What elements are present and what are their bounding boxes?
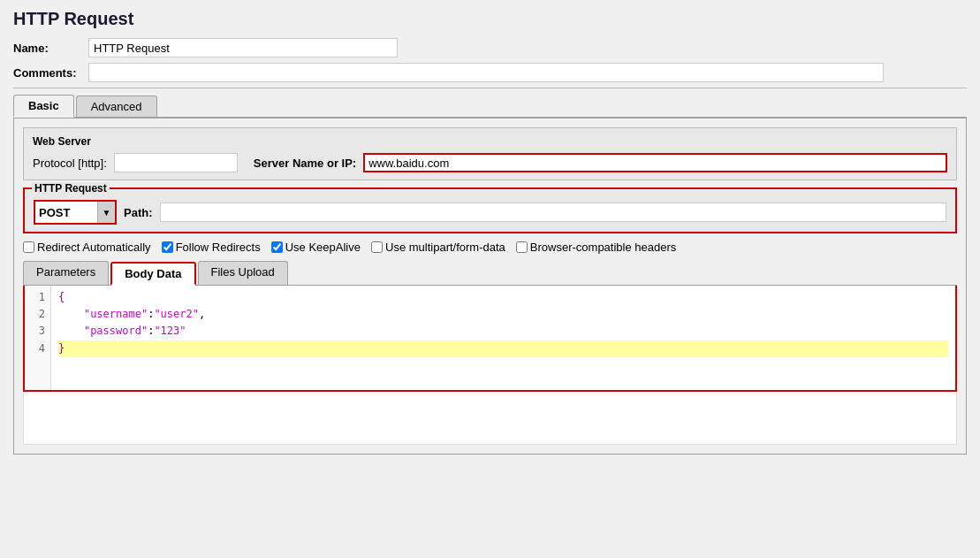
code-editor: 1 2 3 4 { "username":"user2", "password"…: [23, 286, 957, 392]
checkbox-follow-redirects-label: Follow Redirects: [176, 241, 261, 254]
bottom-area: [23, 392, 957, 445]
method-select[interactable]: POST GET PUT DELETE PATCH: [35, 202, 97, 223]
code-line-1: {: [58, 289, 948, 306]
checkbox-browser-compatible[interactable]: Browser-compatible headers: [516, 241, 676, 254]
comments-label: Comments:: [13, 66, 84, 80]
code-line-3: "password":"123": [58, 323, 948, 340]
line-number-1: 1: [30, 289, 45, 306]
path-label: Path:: [124, 206, 153, 219]
code-key-username: "username": [84, 306, 148, 323]
code-value-username: "user2": [154, 306, 199, 323]
checkbox-use-keepalive-label: Use KeepAlive: [285, 241, 361, 254]
name-input[interactable]: [88, 38, 398, 57]
tab-advanced[interactable]: Advanced: [76, 96, 157, 117]
code-comma-1: ,: [199, 306, 205, 323]
http-request-section-title: HTTP Request: [32, 182, 110, 195]
checkbox-use-keepalive[interactable]: Use KeepAlive: [271, 241, 361, 254]
code-key-password: "password": [84, 323, 148, 340]
checkbox-use-multipart-label: Use multipart/form-data: [385, 241, 505, 254]
divider: [13, 88, 967, 88]
server-name-label: Server Name or IP:: [254, 157, 356, 170]
method-dropdown-arrow-icon[interactable]: ▼: [97, 202, 115, 223]
checkbox-use-multipart[interactable]: Use multipart/form-data: [371, 241, 505, 254]
comments-input[interactable]: [88, 63, 884, 82]
method-path-row: POST GET PUT DELETE PATCH ▼ Path:: [34, 200, 946, 225]
path-input[interactable]: [160, 203, 947, 222]
code-brace-close: }: [58, 340, 65, 357]
line-number-2: 2: [30, 306, 45, 323]
code-colon-2: :: [148, 323, 154, 340]
code-colon-1: :: [148, 306, 154, 323]
page-container: HTTP Request Name: Comments: Basic Advan…: [0, 0, 980, 558]
server-input[interactable]: [363, 153, 947, 172]
checkbox-redirect-automatically[interactable]: Redirect Automatically: [23, 241, 151, 254]
protocol-input[interactable]: [114, 153, 238, 172]
web-server-title: Web Server: [33, 135, 947, 148]
tab-basic[interactable]: Basic: [13, 95, 74, 118]
checkbox-browser-compatible-label: Browser-compatible headers: [530, 241, 676, 254]
sub-tab-files-upload[interactable]: Files Upload: [198, 261, 288, 285]
code-indent-3: [58, 323, 84, 340]
name-row: Name:: [13, 38, 967, 57]
code-line-2: "username":"user2",: [58, 306, 948, 323]
checkbox-redirect-automatically-label: Redirect Automatically: [37, 241, 151, 254]
web-server-section: Web Server Protocol [http]: Server Name …: [23, 127, 957, 180]
checkbox-follow-redirects-input[interactable]: [162, 241, 173, 253]
checkbox-use-keepalive-input[interactable]: [271, 241, 283, 253]
method-wrapper[interactable]: POST GET PUT DELETE PATCH ▼: [34, 200, 117, 225]
code-content[interactable]: { "username":"user2", "password":"123" }: [51, 286, 955, 390]
name-label: Name:: [13, 42, 84, 55]
checkbox-use-multipart-input[interactable]: [371, 241, 383, 253]
comments-row: Comments:: [13, 63, 967, 82]
line-number-4: 4: [30, 340, 45, 357]
main-panel: Web Server Protocol [http]: Server Name …: [13, 118, 967, 455]
checkbox-redirect-automatically-input[interactable]: [23, 241, 34, 253]
page-title: HTTP Request: [13, 9, 967, 29]
protocol-label: Protocol [http]:: [33, 157, 107, 170]
code-value-password: "123": [154, 323, 186, 340]
code-line-4: }: [58, 340, 948, 357]
tabs-bar: Basic Advanced: [13, 94, 967, 118]
code-brace-open: {: [58, 289, 65, 306]
web-server-row: Protocol [http]: Server Name or IP:: [33, 153, 947, 172]
checkboxes-row: Redirect Automatically Follow Redirects …: [23, 241, 957, 254]
code-indent-2: [58, 306, 84, 323]
checkbox-browser-compatible-input[interactable]: [516, 241, 528, 253]
sub-tab-body-data[interactable]: Body Data: [110, 262, 195, 286]
checkbox-follow-redirects[interactable]: Follow Redirects: [162, 241, 261, 254]
line-numbers: 1 2 3 4: [25, 286, 51, 390]
sub-tabs-bar: Parameters Body Data Files Upload: [23, 261, 957, 286]
http-request-section: HTTP Request POST GET PUT DELETE PATCH ▼…: [23, 187, 957, 233]
sub-tab-parameters[interactable]: Parameters: [23, 261, 109, 285]
line-number-3: 3: [30, 323, 45, 340]
